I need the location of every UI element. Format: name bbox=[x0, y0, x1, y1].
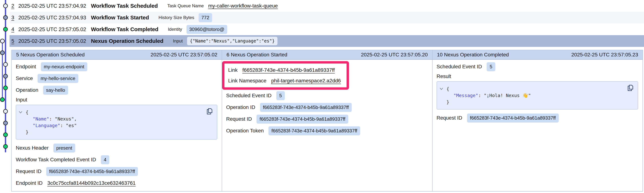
operation-id-badge: f665283f-743e-4374-b45b-9a61a89337ff bbox=[260, 103, 352, 112]
panel-title: 5 Nexus Operation Scheduled bbox=[16, 52, 85, 58]
input-json-viewer: { "Name": "Nexus", "Language": "es" } bbox=[16, 105, 217, 140]
scheduled-event-id-badge: 5 bbox=[276, 91, 285, 100]
scheduled-event-id-badge: 5 bbox=[487, 62, 495, 71]
collapse-chevron-icon[interactable] bbox=[440, 85, 446, 92]
event-time: 2025-02-25 UTC 23:57:04.92 bbox=[18, 3, 91, 9]
nexus-header-badge: present bbox=[53, 144, 75, 153]
operation-badge: say-hello bbox=[43, 86, 68, 95]
json-line: "Name": "Nexus", bbox=[19, 116, 202, 122]
json-key: "Language" bbox=[33, 123, 60, 128]
field-label: Request ID bbox=[16, 169, 42, 174]
event-id-link[interactable]: 4 bbox=[11, 26, 18, 32]
panel-timestamp: 2025-02-25 UTC 23:57:05.20 bbox=[361, 52, 428, 58]
service-badge: my-hello-service bbox=[38, 74, 78, 83]
workflow-event-history-view: 2 2025-02-25 UTC 23:57:04.92 Workflow Ta… bbox=[0, 0, 644, 193]
endpoint-id-link[interactable]: 3c0c75ccfa8144b092c13ce632463761 bbox=[47, 180, 136, 186]
result-json-viewer: { "Message": "¡Hola! Nexus 👋" } bbox=[436, 81, 638, 110]
field-scheduled-event-id: Scheduled Event ID 5 bbox=[436, 61, 638, 72]
identity-badge: 30960@totoro@ bbox=[186, 25, 227, 34]
panel-nexus-operation-completed: 10 Nexus Operation Completed 2025-02-25 … bbox=[432, 50, 642, 191]
link-target-link[interactable]: f665283f-743e-4374-b45b-9a61a89337ff bbox=[242, 67, 335, 73]
input-payload-badge: {"Name":"Nexus","Language":"es"} bbox=[187, 37, 277, 45]
timeline-dot-green bbox=[4, 145, 8, 149]
panel-timestamp: 2025-02-25 UTC 23:57:05.02 bbox=[150, 52, 217, 58]
history-size-badge: 772 bbox=[198, 13, 212, 22]
json-brace: } bbox=[446, 99, 449, 105]
timeline-dot-gray bbox=[4, 74, 8, 78]
collapse-chevron-icon[interactable] bbox=[19, 109, 26, 115]
event-field-label: Input bbox=[173, 38, 183, 44]
panel-body: Scheduled Event ID 5 Result { "Message":… bbox=[432, 60, 642, 191]
result-label: Result bbox=[436, 73, 451, 79]
event-id-badge: 4 bbox=[101, 155, 109, 164]
timeline-dot-green bbox=[4, 86, 8, 90]
link-namespace-link[interactable]: phil-target-namespace2.a2dd6 bbox=[271, 78, 341, 84]
json-line: "Language": "es" bbox=[19, 122, 202, 129]
json-line: } bbox=[440, 99, 623, 105]
operation-token-badge: f665283f-743e-4374-b45b-9a61a89337ff bbox=[268, 126, 360, 135]
json-line: } bbox=[19, 129, 202, 136]
copy-icon bbox=[206, 108, 213, 115]
field-label: Link bbox=[228, 67, 238, 73]
request-id-badge: f665283f-743e-4374-b45b-9a61a89337ff bbox=[467, 114, 559, 123]
field-label: Scheduled Event ID bbox=[226, 93, 272, 99]
field-endpoint: Endpoint my-nexus-endpoint bbox=[16, 61, 217, 72]
timeline-dot-green bbox=[0, 98, 4, 102]
field-request-id: Request ID f665283f-743e-4374-b45b-9a61a… bbox=[226, 113, 428, 125]
event-field-label: Identity bbox=[168, 27, 182, 32]
field-link-namespace: Link Namespace phil-target-namespace2.a2… bbox=[228, 75, 346, 86]
field-label: Request ID bbox=[226, 116, 252, 122]
copy-button[interactable] bbox=[627, 85, 634, 92]
copy-button[interactable] bbox=[206, 108, 213, 115]
panel-nexus-operation-started: 6 Nexus Operation Started 2025-02-25 UTC… bbox=[222, 50, 432, 191]
field-request-id: Request ID f665283f-743e-4374-b45b-9a61a… bbox=[16, 166, 217, 177]
request-id-badge: f665283f-743e-4374-b45b-9a61a89337ff bbox=[256, 115, 348, 124]
panel-title: 10 Nexus Operation Completed bbox=[437, 52, 509, 58]
event-field-label: History Size Bytes bbox=[158, 15, 194, 20]
timeline-dot-white bbox=[4, 109, 8, 113]
json-brace: { bbox=[26, 110, 28, 115]
field-operation-id: Operation ID f665283f-743e-4374-b45b-9a6… bbox=[226, 101, 428, 113]
panel-body: Endpoint my-nexus-endpoint Service my-he… bbox=[12, 60, 222, 191]
field-scheduled-event-id: Scheduled Event ID 5 bbox=[226, 90, 428, 101]
panel-timestamp: 2025-02-25 UTC 23:57:05.23 bbox=[572, 52, 638, 58]
field-endpoint-id: Endpoint ID 3c0c75ccfa8144b092c13ce63246… bbox=[16, 177, 217, 189]
task-queue-link[interactable]: my-caller-workflow-task-queue bbox=[208, 3, 278, 9]
json-value: : "es" bbox=[60, 123, 77, 128]
event-id-link[interactable]: 3 bbox=[11, 15, 18, 20]
event-id-link[interactable]: 5 bbox=[11, 38, 18, 44]
event-title: Workflow Task Completed bbox=[91, 26, 158, 32]
field-label: Scheduled Event ID bbox=[436, 64, 482, 70]
input-label-row: Input bbox=[16, 96, 217, 104]
field-label: Workflow Task Completed Event ID bbox=[16, 157, 96, 163]
json-key: "Name" bbox=[33, 116, 49, 122]
event-title: Workflow Task Started bbox=[91, 14, 149, 21]
field-link: Link f665283f-743e-4374-b45b-9a61a89337f… bbox=[228, 65, 346, 75]
panel-header: 10 Nexus Operation Completed 2025-02-25 … bbox=[432, 50, 642, 60]
event-id-link[interactable]: 2 bbox=[11, 3, 18, 9]
field-label: Service bbox=[16, 75, 33, 81]
event-row-2[interactable]: 2 2025-02-25 UTC 23:57:04.92 Workflow Ta… bbox=[10, 0, 644, 12]
json-value: : "¡Hola! Nexus 👋" bbox=[478, 93, 531, 98]
event-row-5-selected[interactable]: 5 2025-02-25 UTC 23:57:05.02 Nexus Opera… bbox=[10, 35, 644, 47]
field-operation-token: Operation Token f665283f-743e-4374-b45b-… bbox=[226, 125, 428, 137]
event-detail-panels: 5 Nexus Operation Scheduled 2025-02-25 U… bbox=[11, 50, 643, 192]
input-label: Input bbox=[16, 97, 27, 103]
field-nexus-header: Nexus Header present bbox=[16, 142, 217, 154]
event-field-label: Task Queue Name bbox=[167, 3, 204, 8]
panel-body: Link f665283f-743e-4374-b45b-9a61a89337f… bbox=[222, 60, 432, 191]
timeline-dot-gray bbox=[4, 121, 8, 125]
timeline-dot-gray bbox=[0, 51, 4, 55]
json-line: { bbox=[19, 109, 202, 116]
panel-header: 5 Nexus Operation Scheduled 2025-02-25 U… bbox=[12, 50, 222, 60]
json-value: : "Nexus", bbox=[49, 116, 77, 122]
event-row-4[interactable]: 4 2025-02-25 UTC 23:57:05.02 Workflow Ta… bbox=[10, 23, 644, 35]
field-request-id: Request ID f665283f-743e-4374-b45b-9a61a… bbox=[436, 112, 638, 124]
event-time: 2025-02-25 UTC 23:57:04.93 bbox=[18, 15, 91, 21]
event-list: 2 2025-02-25 UTC 23:57:04.92 Workflow Ta… bbox=[10, 0, 644, 47]
event-title: Workflow Task Scheduled bbox=[91, 3, 158, 9]
copy-icon bbox=[627, 85, 634, 92]
event-row-3[interactable]: 3 2025-02-25 UTC 23:57:04.93 Workflow Ta… bbox=[10, 12, 644, 23]
json-brace: } bbox=[26, 130, 28, 135]
json-line: "Message": "¡Hola! Nexus 👋" bbox=[440, 92, 623, 99]
